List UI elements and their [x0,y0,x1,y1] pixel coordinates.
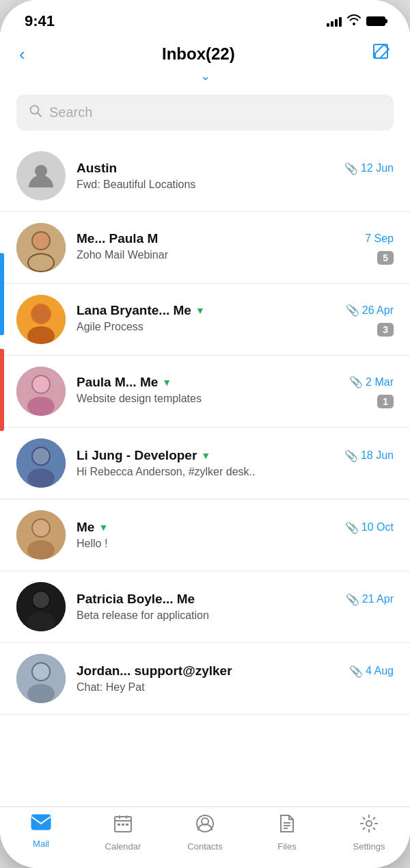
nav-item-settings[interactable]: Settings [328,814,410,852]
svg-point-18 [33,448,49,464]
svg-point-6 [33,233,49,249]
email-item[interactable]: Patricia Boyle... Me 📎 21 Apr Beta relea… [0,571,410,643]
signal-icon [327,16,342,27]
email-count-badge: 1 [377,395,394,408]
attachment-icon: 📎 [344,449,358,462]
email-date: 📎 21 Apr [346,593,394,606]
email-subject: Chat: Hey Pat [77,681,145,694]
bottom-nav: Mail Calendar [0,806,410,868]
svg-point-31 [27,684,55,703]
avatar [16,223,66,272]
mail-icon [31,814,51,835]
left-accent-blue [0,253,4,335]
email-content: Me... Paula M 7 Sep Zoho Mail Webinar 5 [77,231,394,265]
email-date: 📎 18 Jun [344,449,394,462]
svg-point-27 [27,612,55,631]
email-content: Paula M... Me ▼ 📎 2 Mar Website design t… [77,375,394,408]
nav-label-calendar: Calendar [105,841,141,852]
settings-icon [359,814,379,838]
email-subject: Agile Process [77,321,144,333]
email-count-badge: 3 [377,323,394,337]
battery-icon [366,16,385,26]
back-button[interactable]: ‹ [19,45,25,63]
flag-icon: ▼ [201,450,210,461]
status-time: 9:41 [25,12,55,30]
attachment-icon: 📎 [344,162,358,175]
nav-item-files[interactable]: Files [246,814,328,852]
svg-rect-32 [31,815,51,830]
nav-label-settings: Settings [353,841,385,852]
email-item[interactable]: Me... Paula M 7 Sep Zoho Mail Webinar 5 [0,212,410,284]
attachment-icon: 📎 [349,665,363,678]
email-subject: Zoho Mail Webinar [77,249,168,261]
email-item[interactable]: Li Jung - Developer ▼ 📎 18 Jun Hi Rebecc… [0,428,410,499]
svg-point-23 [27,540,55,560]
contacts-icon [195,814,215,838]
email-item[interactable]: Austin 📎 12 Jun Fwd: Beautiful Locations [0,140,410,212]
email-date: 📎 12 Jun [344,162,394,175]
flag-icon: ▼ [195,305,205,316]
email-item[interactable]: Me ▼ 📎 10 Oct Hello ! [0,499,410,571]
email-sender: Lana Bryante... Me ▼ [77,303,205,318]
nav-label-mail: Mail [33,839,49,849]
search-container: Search [0,89,410,140]
flag-icon: ▼ [98,522,108,533]
svg-point-22 [33,520,49,536]
email-sender: Jordan... support@zylker [77,663,232,679]
email-sender: Me ▼ [77,520,108,535]
email-list: Austin 📎 12 Jun Fwd: Beautiful Locations [0,140,410,806]
avatar [16,151,66,200]
chevron-down-icon: ⌄ [200,70,210,82]
nav-item-contacts[interactable]: Contacts [164,814,246,852]
compose-button[interactable] [372,42,391,66]
attachment-icon: 📎 [346,304,359,317]
email-content: Patricia Boyle... Me 📎 21 Apr Beta relea… [77,592,394,622]
svg-point-19 [27,469,55,488]
avatar [16,295,66,344]
email-subject: Fwd: Beautiful Locations [77,179,195,191]
calendar-icon [113,814,133,838]
email-content: Jordan... support@zylker 📎 4 Aug Chat: H… [77,663,394,694]
page-title: Inbox(22) [162,44,235,64]
svg-point-44 [366,821,372,826]
search-input[interactable]: Search [49,105,92,120]
email-sender: Me... Paula M [77,231,158,246]
svg-point-14 [33,376,49,393]
email-date: 📎 2 Mar [349,376,394,389]
avatar [16,582,66,631]
email-item[interactable]: Paula M... Me ▼ 📎 2 Mar Website design t… [0,356,410,428]
svg-rect-35 [126,815,127,819]
svg-point-10 [32,305,50,323]
email-sender: Austin [77,161,117,176]
email-date: 📎 10 Oct [345,521,394,534]
email-subject: Beta release for application [77,609,209,622]
email-content: Lana Bryante... Me ▼ 📎 26 Apr Agile Proc… [77,303,394,337]
search-bar[interactable]: Search [16,94,394,131]
email-sender: Li Jung - Developer ▼ [77,448,210,463]
email-item[interactable]: Lana Bryante... Me ▼ 📎 26 Apr Agile Proc… [0,284,410,356]
header: ‹ Inbox(22) [0,36,410,66]
nav-item-calendar[interactable]: Calendar [82,814,164,852]
phone-frame: 9:41 ‹ Inbox(22) [0,0,410,868]
email-date: 📎 26 Apr [346,304,394,317]
flag-icon: ▼ [162,377,172,388]
svg-rect-37 [122,824,124,826]
email-item[interactable]: Jordan... support@zylker 📎 4 Aug Chat: H… [0,643,410,715]
avatar [16,438,66,488]
avatar [16,654,66,703]
email-count-badge: 5 [377,251,394,265]
status-bar: 9:41 [0,0,410,36]
svg-point-15 [27,397,55,416]
svg-point-26 [33,592,49,608]
nav-item-mail[interactable]: Mail [0,814,82,852]
header-chevron[interactable]: ⌄ [0,66,410,89]
nav-label-files: Files [277,841,296,852]
avatar [16,510,66,560]
attachment-icon: 📎 [346,593,359,606]
search-icon [29,104,42,121]
email-sender: Paula M... Me ▼ [77,375,172,390]
svg-rect-38 [126,824,128,826]
svg-point-7 [29,254,53,271]
attachment-icon: 📎 [349,376,363,389]
attachment-icon: 📎 [345,521,359,534]
